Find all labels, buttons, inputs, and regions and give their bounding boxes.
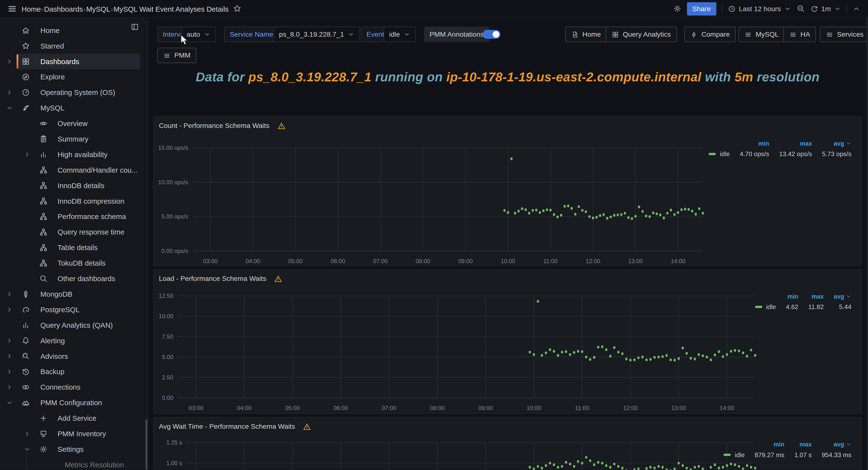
sidebar-item-innodb-details[interactable]: InnoDB details: [0, 178, 148, 193]
ha-nav-button[interactable]: HA: [783, 27, 816, 42]
sidebar-item-add-service[interactable]: Add Service: [0, 411, 148, 426]
expand-chevron[interactable]: [6, 353, 12, 359]
refresh-icon[interactable]: [810, 5, 818, 12]
sidebar-item-connections[interactable]: Connections: [0, 379, 148, 395]
star-icon: [233, 4, 241, 12]
expand-chevron[interactable]: [6, 306, 12, 313]
sidebar-item-summary[interactable]: Summary: [0, 131, 148, 147]
expand-chevron[interactable]: [24, 431, 30, 437]
panel-header[interactable]: Count - Performance Schema Waits: [154, 117, 285, 135]
event-variable-select[interactable]: idle: [383, 27, 416, 42]
sidebar-item-postgresql[interactable]: PostgreSQL: [0, 302, 148, 318]
sidebar-item-overview[interactable]: Overview: [0, 116, 148, 131]
expand-chevron[interactable]: [24, 446, 30, 452]
scatter-chart[interactable]: 12.5010.007.505.002.500.0003:0004:0005:0…: [154, 270, 861, 413]
sidebar-item-pmm-inventory[interactable]: PMM Inventory: [0, 426, 148, 442]
sidebar-item-performance-schema[interactable]: Performance schema: [0, 209, 148, 224]
legend-header-avg[interactable]: avg: [834, 293, 851, 300]
legend-header-min[interactable]: min: [755, 441, 784, 447]
sidebar-item-metrics-resolution[interactable]: Metrics Resolution: [0, 457, 148, 470]
svg-text:07:00: 07:00: [382, 405, 396, 411]
sidebar-item-pmm-configuration[interactable]: PMM Configuration: [0, 395, 148, 411]
sidebar-item-settings[interactable]: Settings: [0, 442, 148, 457]
pmm-annotations-toggle[interactable]: [483, 30, 500, 39]
zoom-out-icon[interactable]: [797, 4, 805, 12]
panel-header[interactable]: Avg Wait Time - Performance Schema Waits: [154, 418, 311, 436]
panel-warning-icon[interactable]: [274, 274, 282, 283]
expand-chevron[interactable]: [6, 58, 12, 65]
legend-header-min[interactable]: min: [740, 140, 769, 147]
legend-header-max[interactable]: max: [779, 140, 812, 147]
sidebar-item-backup[interactable]: Backup: [0, 364, 148, 379]
svg-text:5.00 ops/s: 5.00 ops/s: [161, 213, 188, 220]
panel-warning-icon[interactable]: [277, 122, 285, 130]
legend-header-min[interactable]: min: [786, 293, 798, 300]
panel-header[interactable]: Load - Performance Schema Waits: [154, 270, 282, 288]
expand-chevron[interactable]: [6, 291, 12, 297]
sidebar-item-table-details[interactable]: Table details: [0, 240, 148, 255]
query-analytics-nav-button[interactable]: Query Analytics: [606, 27, 677, 42]
sidebar-item-tokudb-details[interactable]: TokuDB details: [0, 255, 148, 271]
expand-chevron[interactable]: [6, 89, 12, 96]
expand-chevron[interactable]: [6, 384, 12, 390]
sidebar-item-command-handler-cou[interactable]: Command/Handler cou...: [0, 163, 148, 178]
hamburger-menu-icon[interactable]: [7, 4, 17, 13]
sidebar-item-mysql[interactable]: MySQL: [0, 100, 148, 116]
panel-load-performance-schema-waits[interactable]: 12.5010.007.505.002.500.0003:0004:0005:0…: [153, 269, 862, 414]
sidebar-item-home[interactable]: Home: [0, 23, 148, 38]
sidebar-item-innodb-compression[interactable]: InnoDB compression: [0, 193, 148, 209]
sidebar-item-query-response-time[interactable]: Query response time: [0, 224, 148, 240]
collapse-topbar-chevron-up-icon[interactable]: [852, 5, 860, 12]
sidebar-item-label: Backup: [40, 368, 65, 376]
breadcrumb-item-mysql-wait-event-analyses-details[interactable]: MySQL Wait Event Analyses Details: [114, 5, 228, 13]
breadcrumb-item-dashboards[interactable]: Dashboards: [44, 5, 83, 13]
sidebar-item-alerting[interactable]: Alerting: [0, 333, 148, 348]
expand-chevron[interactable]: [6, 368, 12, 375]
breadcrumb-item-mysql[interactable]: MySQL: [86, 5, 111, 13]
expand-chevron[interactable]: [24, 151, 30, 158]
star-favorite-icon[interactable]: [233, 4, 241, 12]
page-scrollbar[interactable]: [866, 18, 868, 470]
time-range-picker[interactable]: Last 12 hours: [728, 5, 791, 12]
sidebar-item-query-analytics-qan[interactable]: Query Analytics (QAN): [0, 318, 148, 333]
breadcrumb-item-home[interactable]: Home: [22, 5, 41, 13]
legend-series-label[interactable]: idle: [724, 451, 745, 458]
plus-icon: [39, 414, 48, 422]
share-button[interactable]: Share: [687, 2, 716, 15]
legend-series-label[interactable]: idle: [709, 151, 730, 157]
active-item-indicator: [17, 54, 18, 69]
service-name-variable-select[interactable]: ps_8.0_3.19.228.7_1: [273, 27, 360, 42]
pmm-annotations-label: PMM Annotations: [424, 27, 489, 42]
sidebar-item-other-dashboards[interactable]: Other dashboards: [0, 271, 148, 287]
breadcrumb-separator: ›: [83, 5, 86, 13]
sidebar-item-explore[interactable]: Explore: [0, 69, 148, 85]
sidebar-item-operating-system-os[interactable]: Operating System (OS): [0, 85, 148, 100]
sidebar-item-high-availability[interactable]: High availability: [0, 147, 148, 163]
panel-avg-wait-time-performance-schema-waits[interactable]: 1.25 s1.00 sAvg Wait Time - Performance …: [153, 417, 862, 470]
sidebar-item-mongodb[interactable]: MongoDB: [0, 287, 148, 302]
svg-text:1.25 s: 1.25 s: [166, 439, 182, 446]
home-nav-button[interactable]: Home: [565, 27, 607, 42]
panel-warning-icon[interactable]: [303, 422, 311, 431]
panel-count-performance-schema-waits[interactable]: 15.00 ops/s10.00 ops/s5.00 ops/s0.00 ops…: [153, 116, 862, 266]
sidebar-item-advisors[interactable]: Advisors: [0, 348, 148, 364]
expand-chevron[interactable]: [6, 399, 12, 406]
scatter-chart[interactable]: 15.00 ops/s10.00 ops/s5.00 ops/s0.00 ops…: [154, 117, 861, 265]
legend-header-avg[interactable]: avg: [822, 140, 851, 147]
refresh-picker[interactable]: 1m: [810, 5, 841, 12]
expand-chevron[interactable]: [6, 337, 12, 344]
legend-header-avg[interactable]: avg: [822, 441, 851, 447]
legend-header-max[interactable]: max: [808, 293, 824, 300]
dashboard-settings-gear-icon[interactable]: [673, 4, 681, 12]
expand-chevron[interactable]: [6, 105, 12, 111]
mysql-nav-button[interactable]: MySQL: [739, 27, 785, 42]
services-nav-button[interactable]: Services: [820, 27, 868, 42]
pmm-menu-button[interactable]: PMM: [157, 48, 196, 63]
sidebar-item-dashboards[interactable]: Dashboards: [0, 54, 148, 69]
legend-header-max[interactable]: max: [794, 441, 811, 447]
legend-series-label[interactable]: idle: [755, 303, 776, 310]
sidebar-scrollbar-thumb[interactable]: [146, 419, 147, 470]
chevron-down-icon: [204, 31, 211, 38]
sidebar-item-starred[interactable]: Starred: [0, 38, 148, 54]
compare-nav-button[interactable]: Compare: [684, 27, 736, 42]
